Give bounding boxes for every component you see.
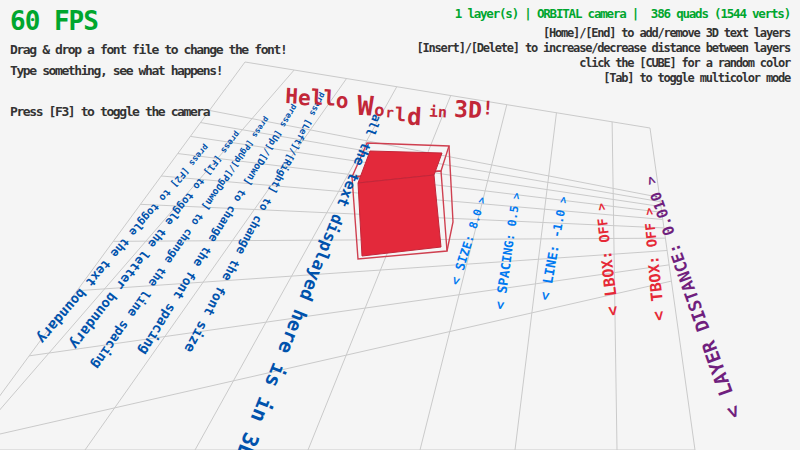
wave-letter: l	[323, 88, 337, 110]
wave-letter: d	[407, 104, 423, 129]
wave-letter: D	[467, 99, 482, 123]
wave-letter: n	[438, 105, 448, 120]
hint-add-remove-layers: [Home]/[End] to add/remove 3D text layer…	[543, 26, 790, 40]
hint-layer-distance-keys: [Insert]/[Delete] to increase/decrease d…	[416, 41, 790, 55]
hint-toggle-camera: Press [F3] to toggle the camera	[10, 104, 209, 119]
wave-letter: l	[310, 87, 324, 109]
wave-letter: H	[285, 86, 299, 108]
hint-type-something: Type something, see what happens!	[10, 63, 222, 78]
wave-letter: o	[374, 102, 385, 120]
hint-drag-drop-font: Drag & drop a font file to change the fo…	[10, 42, 286, 57]
wave-letter: W	[357, 92, 375, 120]
hint-multicolor-mode: [Tab] to toggle multicolor mode	[603, 71, 790, 85]
wave-letter: 3	[454, 98, 469, 122]
wave-letter: r	[385, 105, 394, 119]
status-layers-camera-quads: 1 layer(s) | ORBITAL camera | 386 quads …	[455, 6, 790, 21]
wave-letter: l	[394, 105, 406, 125]
wave-letter: o	[335, 91, 349, 113]
wave-letter: e	[297, 88, 311, 110]
hint-cube-random-color: click the [CUBE] for a random color	[579, 56, 790, 70]
text3d-demo-window: press [F2] to toggle the text boundarypr…	[0, 0, 800, 450]
cube[interactable]	[352, 143, 453, 259]
fps-counter: 60 FPS	[10, 6, 98, 36]
wave-letter: !	[482, 98, 494, 118]
